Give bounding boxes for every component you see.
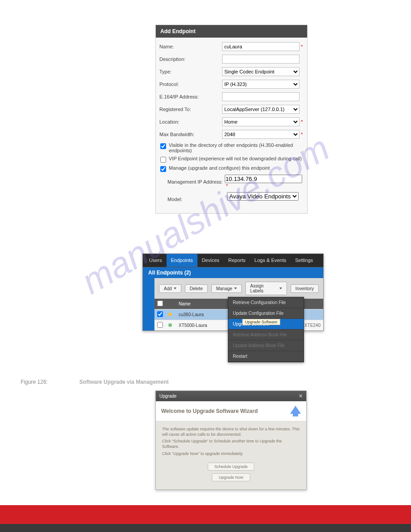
delete-button[interactable]: Delete	[185, 284, 208, 293]
vip-checkbox[interactable]	[160, 157, 166, 163]
manage-dropdown: Retrieve Configuration File Update Confi…	[228, 297, 304, 362]
chevron-down-icon	[174, 287, 176, 289]
menu-update-addrbook[interactable]: Update Address Book File	[228, 340, 304, 351]
col-status	[166, 299, 176, 309]
left-gutter	[143, 278, 154, 330]
registered-select[interactable]: LocalAppServer (127.0.0.1)	[222, 105, 300, 114]
tab-endpoints[interactable]: Endpoints	[167, 254, 197, 267]
row-checkbox[interactable]	[157, 322, 163, 328]
bandwidth-select[interactable]: 2048	[222, 130, 300, 139]
required-marker: *	[301, 119, 304, 124]
wizard-line-2: Click "Schedule Upgrade" to Schedule ano…	[162, 439, 300, 449]
e164-label: E.164/IP Address:	[159, 94, 222, 99]
chevron-down-icon	[234, 287, 237, 289]
protocol-select[interactable]: IP (H.323)	[222, 80, 300, 89]
menu-update-config[interactable]: Update Configuration File	[228, 308, 304, 319]
wizard-line-1: The software update requires the device …	[162, 427, 300, 437]
model-select[interactable]: Avaya Video Endpoints	[227, 192, 299, 201]
bandwidth-label: Max Bandwidth:	[159, 132, 222, 137]
tab-logs-events[interactable]: Logs & Events	[250, 254, 291, 267]
type-select[interactable]: Single Codec Endpoint	[222, 67, 300, 76]
assign-labels-button[interactable]: Assign Labels	[245, 282, 287, 295]
management-panel: Users Endpoints Devices Reports Logs & E…	[142, 253, 324, 331]
manage-checkbox-label: Manage (upgrade and configure) this endp…	[169, 165, 304, 171]
manage-button[interactable]: Manage	[211, 284, 242, 293]
upload-arrow-icon	[290, 406, 301, 416]
registered-label: Registered To:	[159, 107, 222, 112]
inventory-button[interactable]: Inventory	[291, 284, 319, 293]
required-marker: *	[226, 183, 229, 189]
visible-checkbox-label: Visible in the directory of other endpoi…	[169, 142, 304, 153]
status-dot-icon	[168, 323, 172, 327]
model-label: Model:	[167, 197, 227, 202]
location-select[interactable]: Home	[222, 117, 300, 126]
wizard-line-3: Click "Upgrade Now" to upgrade immediate…	[162, 451, 300, 457]
type-label: Type:	[159, 69, 222, 74]
menu-retrieve-config[interactable]: Retrieve Configuration File	[228, 297, 304, 308]
status-dot-icon	[168, 313, 172, 316]
tooltip: Upgrade Software	[242, 319, 280, 325]
footer-dark-bar	[0, 524, 411, 532]
location-label: Location:	[159, 119, 222, 124]
add-endpoint-panel: Add Endpoint Name: * Description: Type: …	[155, 25, 308, 214]
schedule-upgrade-button[interactable]: Schedule Upgrade	[208, 463, 255, 471]
required-marker: *	[301, 132, 304, 137]
tab-devices[interactable]: Devices	[197, 254, 224, 267]
vip-checkbox-label: VIP Endpoint (experience will not be dow…	[169, 156, 304, 161]
mgmt-ip-input[interactable]	[225, 175, 302, 183]
add-button[interactable]: Add	[159, 284, 181, 293]
upgrade-wizard-dialog: Upgrade ✕ Welcome to Upgrade Software Wi…	[155, 390, 307, 490]
upgrade-now-button[interactable]: Upgrade Now	[212, 473, 250, 481]
description-input[interactable]	[222, 55, 300, 64]
tab-reports[interactable]: Reports	[224, 254, 250, 267]
description-label: Description:	[159, 56, 222, 62]
protocol-label: Protocol:	[159, 82, 222, 87]
name-label: Name:	[159, 44, 222, 49]
figure-text: Software Upgrade via Management	[79, 379, 168, 385]
menu-restart[interactable]: Restart	[228, 351, 304, 362]
tab-settings[interactable]: Settings	[291, 254, 317, 267]
figure-caption: Figure 126: Software Upgrade via Managem…	[21, 379, 169, 385]
chevron-down-icon	[279, 287, 282, 289]
wizard-titlebar: Upgrade	[159, 394, 176, 399]
menu-retrieve-addrbook[interactable]: Retrieve Address Book File	[228, 330, 304, 340]
name-input[interactable]	[222, 42, 300, 51]
subtab-all-endpoints[interactable]: All Endpoints (2)	[143, 267, 196, 278]
wizard-heading: Welcome to Upgrade Software Wizard	[161, 408, 258, 414]
required-marker: *	[301, 44, 304, 49]
e164-input[interactable]	[222, 92, 300, 101]
visible-checkbox[interactable]	[160, 143, 166, 149]
tab-users[interactable]: Users	[145, 254, 167, 267]
panel-title: Add Endpoint	[156, 25, 307, 38]
mgmt-ip-label: Management IP Address:	[167, 179, 225, 184]
close-icon[interactable]: ✕	[299, 393, 303, 399]
manage-checkbox[interactable]	[160, 166, 166, 172]
main-tabs: Users Endpoints Devices Reports Logs & E…	[143, 254, 323, 267]
col-select[interactable]	[154, 299, 166, 309]
select-all-checkbox[interactable]	[157, 300, 163, 306]
footer-red-bar	[0, 505, 411, 524]
figure-number: Figure 126:	[21, 379, 78, 385]
row-checkbox[interactable]	[157, 311, 163, 317]
